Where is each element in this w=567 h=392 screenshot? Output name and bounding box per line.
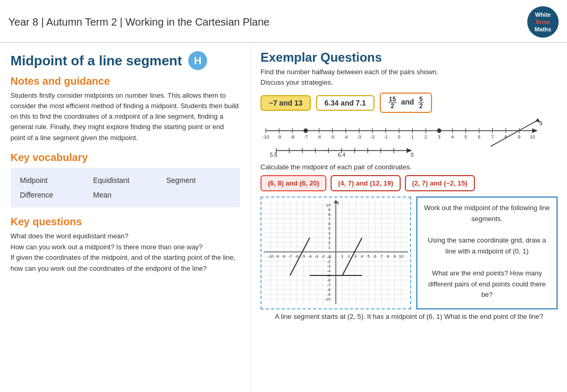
svg-text:10: 10: [326, 203, 331, 207]
svg-text:5: 5: [367, 254, 370, 259]
text-box-line3: What are the end points? How many differ…: [424, 268, 550, 301]
vocab-mean: Mean: [93, 191, 145, 199]
svg-text:-6: -6: [317, 134, 321, 140]
vocab-equidistant: Equidistant: [93, 176, 145, 185]
right-panel: Exemplar Questions Find the number halfw…: [251, 43, 567, 392]
notes-title: Notes and guidance: [10, 75, 240, 87]
svg-text:9: 9: [539, 120, 542, 126]
svg-text:10: 10: [530, 134, 535, 140]
notes-text: Students firstly consider midpoints on n…: [10, 90, 240, 143]
svg-text:8: 8: [328, 212, 331, 217]
svg-text:-3: -3: [357, 134, 361, 140]
frac-15-2: 152: [388, 98, 399, 106]
svg-text:-7: -7: [303, 134, 308, 140]
svg-text:9: 9: [328, 207, 331, 212]
svg-text:-2: -2: [327, 259, 331, 264]
text-box-blue: Work out the midpoint of the following l…: [416, 197, 558, 309]
text-box-line2: Using the same coordinate grid, draw a l…: [424, 235, 550, 257]
svg-text:1: 1: [341, 254, 344, 259]
svg-text:-10: -10: [268, 254, 274, 259]
svg-text:-1: -1: [327, 254, 332, 259]
svg-text:2: 2: [328, 240, 331, 245]
svg-text:-7: -7: [288, 254, 292, 259]
vocab-midpoint: Midpoint: [20, 176, 72, 185]
vocab-title: Key vocabulary: [10, 152, 240, 164]
svg-text:7: 7: [328, 217, 331, 222]
svg-text:4: 4: [361, 254, 364, 259]
text-box-line1: Work out the midpoint of the following l…: [424, 203, 550, 225]
svg-text:-9: -9: [327, 292, 331, 297]
footer-text: A line segment starts at (2, 5). It has …: [275, 313, 543, 320]
svg-text:6: 6: [478, 134, 480, 140]
vocab-table: Midpoint Equidistant Segment Difference …: [10, 168, 240, 207]
svg-text:6: 6: [328, 222, 331, 226]
svg-point-45: [437, 129, 441, 133]
svg-point-44: [304, 129, 308, 133]
svg-text:3: 3: [328, 236, 331, 240]
svg-text:-8: -8: [290, 134, 294, 140]
svg-text:9: 9: [393, 254, 396, 259]
svg-text:3: 3: [438, 134, 440, 140]
header: Year 8 | Autumn Term 2 | Working in the …: [0, 0, 567, 43]
svg-text:-6: -6: [327, 278, 331, 283]
svg-text:-6: -6: [295, 254, 299, 259]
svg-text:-8: -8: [282, 254, 286, 259]
logo-rose: Rose: [536, 18, 550, 26]
main-content: Midpoint of a line segment H Notes and g…: [0, 43, 567, 392]
svg-text:-2: -2: [321, 254, 325, 259]
svg-text:7: 7: [491, 134, 494, 140]
svg-text:5: 5: [328, 226, 331, 231]
svg-text:4: 4: [451, 134, 453, 140]
logo-white: White: [535, 11, 551, 18]
exemplar-title: Exemplar Questions: [260, 50, 558, 65]
number-line-area: -10 -9 -8 -7 -6 -5 -4 -3 -2: [260, 115, 558, 159]
svg-text:2: 2: [348, 254, 350, 259]
frac-5-2: 52: [418, 98, 424, 106]
svg-text:7: 7: [380, 254, 383, 259]
svg-text:6.4: 6.4: [338, 152, 345, 157]
header-title: Year 8 | Autumn Term 2 | Working in the …: [8, 16, 269, 28]
svg-text:1: 1: [411, 134, 414, 140]
svg-text:y: y: [337, 200, 339, 205]
svg-marker-1: [532, 129, 538, 133]
vocab-row-1: Midpoint Equidistant Segment: [20, 173, 231, 188]
number-line-svg: -10 -9 -8 -7 -6 -5 -4 -3 -2: [260, 115, 543, 157]
box-fraction: 152 and 52: [380, 93, 433, 113]
midpoint-title: Midpoint of a line segment: [10, 53, 182, 69]
bottom-section: x y 10 9 8 7 6 5 4 3 2 1 -1 -2 -3 -4: [260, 197, 558, 309]
coord-box-1: (6, 8) and (6, 20): [260, 175, 326, 191]
svg-text:-4: -4: [327, 269, 331, 273]
questions-text: What does the word equidistant mean? How…: [10, 231, 240, 274]
number-boxes-row: −7 and 13 6.34 and 7.1 152 and 52: [260, 93, 558, 113]
svg-text:5: 5: [464, 134, 467, 140]
svg-text:10: 10: [399, 254, 404, 259]
coord-box-2: (4, 7) and (12, 19): [331, 175, 400, 191]
svg-text:6: 6: [374, 254, 377, 259]
vocab-difference: Difference: [20, 191, 72, 199]
coord-box-3: (2, 7) and (−2, 15): [405, 175, 475, 191]
coordinate-grid-svg: x y 10 9 8 7 6 5 4 3 2 1 -1 -2 -3 -4: [264, 200, 408, 304]
svg-text:-4: -4: [344, 134, 348, 140]
svg-text:-9: -9: [275, 254, 279, 259]
svg-line-46: [491, 120, 538, 146]
svg-text:9: 9: [518, 134, 520, 140]
svg-text:-1: -1: [383, 134, 388, 140]
svg-text:-3: -3: [314, 254, 319, 259]
svg-text:-2: -2: [370, 134, 375, 140]
svg-text:-4: -4: [308, 254, 312, 259]
exemplar-subtitle: Find the number halfway between each of …: [260, 67, 558, 87]
vocab-row-2: Difference Mean: [20, 188, 231, 202]
left-panel: Midpoint of a line segment H Notes and g…: [0, 43, 251, 392]
svg-text:-8: -8: [327, 287, 331, 292]
svg-text:5.8: 5.8: [270, 152, 277, 157]
svg-text:-10: -10: [324, 297, 331, 302]
calculate-text: Calculate the midpoint of each pair of c…: [260, 163, 558, 171]
h-badge: H: [188, 51, 207, 70]
svg-text:-7: -7: [327, 283, 331, 287]
vocab-segment: Segment: [166, 176, 219, 185]
graph-area: x y 10 9 8 7 6 5 4 3 2 1 -1 -2 -3 -4: [260, 197, 411, 309]
wrm-logo: White Rose Maths: [527, 6, 559, 38]
svg-text:2: 2: [424, 134, 427, 140]
svg-text:4: 4: [328, 231, 331, 236]
coord-boxes: (6, 8) and (6, 20) (4, 7) and (12, 19) (…: [260, 175, 558, 191]
